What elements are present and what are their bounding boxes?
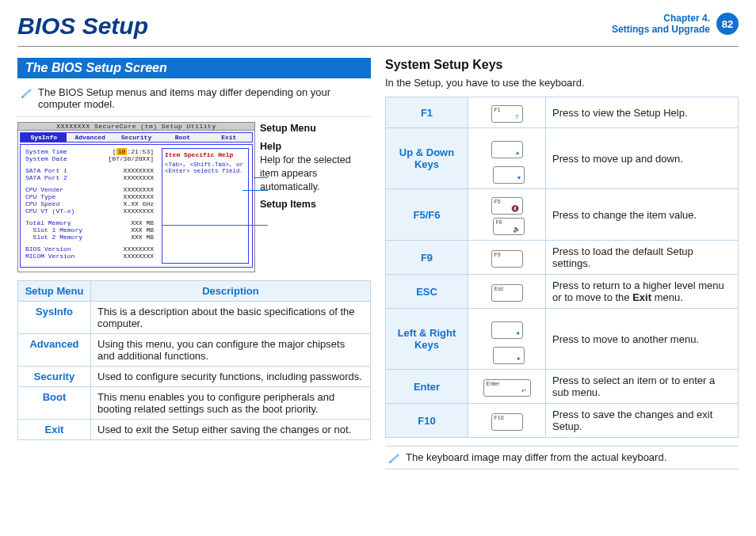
keycap-icon: Enter↵ xyxy=(483,379,531,397)
bios-tab-advanced: Advanced xyxy=(67,133,113,142)
table-row: ESCEscPress to return to a higher level … xyxy=(386,275,739,309)
key-name-cell: Left & Right Keys xyxy=(386,309,468,370)
key-desc-cell: Press to move to another menu. xyxy=(546,309,739,370)
table-row: F9F9Press to load the default Setup sett… xyxy=(386,241,739,275)
table-row: Left & Right Keys◂▸Press to move to anot… xyxy=(386,309,739,370)
key-desc-cell: Press to select an item or to enter a su… xyxy=(546,370,739,404)
table-row: BootThis menu enables you to configure p… xyxy=(18,387,371,420)
th-description: Description xyxy=(91,281,371,302)
bios-item: Slot 1 MemoryXXX MB xyxy=(25,226,154,234)
menu-desc-cell: Using this menu, you can configure the m… xyxy=(91,334,371,367)
callout-label: Setup Menu xyxy=(260,122,371,135)
page-title: BIOS Setup xyxy=(17,13,148,40)
bios-item: BIOS VersionXXXXXXXX xyxy=(25,245,154,253)
menu-desc-cell: Used to configure security functions, in… xyxy=(91,367,371,387)
note-keyboard-image-differs: The keyboard image may differ from the a… xyxy=(385,446,739,469)
callout-line-help xyxy=(242,190,268,191)
key-image-cell: F5🔇F6🔈 xyxy=(468,189,546,241)
bios-item: Slot 2 MemoryXXX MB xyxy=(25,234,154,241)
bios-help-header: Item Specific Help xyxy=(165,151,246,158)
bios-item: CPU VT (VT-x)XXXXXXXX xyxy=(25,207,154,215)
key-name-cell: F1 xyxy=(386,97,468,128)
table-row: F10F10Press to save the changes and exit… xyxy=(386,404,739,438)
key-image-cell: Enter↵ xyxy=(468,370,546,404)
bios-item: MICOM VersionXXXXXXXX xyxy=(25,253,154,260)
section-bios-setup-screen: The BIOS Setup Screen xyxy=(17,58,371,78)
bios-tab-sysinfo: SysInfo xyxy=(21,133,67,142)
note-bios-menus-differ: The BIOS Setup menus and items may diffe… xyxy=(17,83,371,117)
key-image-cell: ◂▸ xyxy=(468,309,546,370)
key-desc-cell: Press to save the changes and exit Setup… xyxy=(546,404,739,438)
bios-window-title: XXXXXXXX SecureCore (tm) Setup Utility xyxy=(18,123,254,131)
bios-item: CPU SpeedX.XX GHz xyxy=(25,200,154,207)
note-text: The BIOS Setup menus and items may diffe… xyxy=(38,86,368,110)
key-name-cell: Enter xyxy=(386,370,468,404)
bios-items-panel: System Time[10:21:53]System Date[07/30/2… xyxy=(21,145,158,267)
table-row: ExitUsed to exit the Setup either saving… xyxy=(18,420,371,440)
key-desc-cell: Press to move up and down. xyxy=(546,128,739,189)
table-row: F1F1?Press to view the Setup Help. xyxy=(386,97,739,128)
key-image-cell: F1? xyxy=(468,97,546,128)
bios-item: System Date[07/30/20XX] xyxy=(25,155,154,162)
th-setup-menu: Setup Menu xyxy=(18,281,91,302)
heading-system-setup-keys: System Setup Keys xyxy=(385,58,739,72)
table-row: AdvancedUsing this menu, you can configu… xyxy=(18,334,371,367)
bios-help-panel: Item Specific Help <Tab>, <Shift-Tab>, o… xyxy=(162,148,249,264)
keycap-icon: ▸ xyxy=(493,347,525,364)
bios-help-text: <Tab>, <Shift-Tab>, or <Enter> selects f… xyxy=(165,162,246,174)
key-name-cell: Up & Down Keys xyxy=(386,128,468,189)
keycap-icon: F6🔈 xyxy=(493,218,525,235)
table-row: EnterEnter↵Press to select an item or to… xyxy=(386,370,739,404)
chapter-line1: Chapter 4. xyxy=(612,13,710,24)
menu-name-cell: Exit xyxy=(18,420,91,440)
keys-table: F1F1?Press to view the Setup Help.Up & D… xyxy=(385,97,739,438)
bios-item: SATA Port 1XXXXXXXX xyxy=(25,167,154,174)
callout-label: Setup Items xyxy=(260,198,371,211)
bios-screenshot: XXXXXXXX SecureCore (tm) Setup Utility S… xyxy=(17,122,255,272)
bios-item: CPU TypeXXXXXXXX xyxy=(25,193,154,200)
key-desc-cell: Press to change the item value. xyxy=(546,189,739,241)
callout-sub: Help for the selected item appears autom… xyxy=(260,154,371,194)
keycap-icon: F10 xyxy=(491,413,523,431)
note-icon xyxy=(21,86,33,99)
page-number-badge: 82 xyxy=(716,13,739,35)
key-desc-cell: Press to view the Setup Help. xyxy=(546,97,739,128)
table-row: SecurityUsed to configure security funct… xyxy=(18,367,371,387)
menu-desc-cell: Used to exit the Setup either saving the… xyxy=(91,420,371,440)
menu-name-cell: SysInfo xyxy=(18,302,91,334)
keycap-icon: F9 xyxy=(491,250,523,268)
keycap-icon: F1? xyxy=(491,105,523,123)
callouts: Setup MenuHelpHelp for the selected item… xyxy=(260,122,371,272)
table-row: SysInfoThis is a description about the b… xyxy=(18,302,371,334)
table-row: Up & Down Keys▴▾Press to move up and dow… xyxy=(386,128,739,189)
header-rule xyxy=(17,46,739,47)
bios-item: SATA Port 2XXXXXXXX xyxy=(25,174,154,181)
keycap-icon: ▾ xyxy=(493,166,525,184)
menu-name-cell: Advanced xyxy=(18,334,91,367)
bios-item: Total MemoryXXX MB xyxy=(25,219,154,226)
menu-name-cell: Boot xyxy=(18,387,91,420)
note-icon xyxy=(388,451,401,464)
setup-menu-table: Setup Menu Description SysInfoThis is a … xyxy=(17,280,371,440)
bios-menu-bar: SysInfoAdvancedSecurityBootExit xyxy=(20,132,253,143)
keycap-icon: Esc xyxy=(491,284,523,302)
note-text: The keyboard image may differ from the a… xyxy=(406,451,666,463)
key-desc-cell: Press to return to a higher level menu o… xyxy=(546,275,739,309)
chapter-info: Chapter 4. Settings and Upgrade 82 xyxy=(612,13,739,36)
bios-item: CPU VenderXXXXXXXX xyxy=(25,186,154,193)
keycap-icon: ◂ xyxy=(491,321,523,339)
callout-line-items xyxy=(162,225,268,226)
keycap-icon: ▴ xyxy=(491,141,523,158)
key-image-cell: ▴▾ xyxy=(468,128,546,189)
key-name-cell: F5/F6 xyxy=(386,189,468,241)
bios-tab-exit: Exit xyxy=(206,133,252,142)
key-desc-cell: Press to load the default Setup settings… xyxy=(546,241,739,275)
key-name-cell: F10 xyxy=(386,404,468,438)
bios-item: System Time[10:21:53] xyxy=(25,148,154,155)
key-image-cell: Esc xyxy=(468,275,546,309)
callout-label: Help xyxy=(260,140,371,154)
chapter-line2: Settings and Upgrade xyxy=(612,24,710,35)
menu-name-cell: Security xyxy=(18,367,91,387)
menu-desc-cell: This is a description about the basic sp… xyxy=(91,302,371,334)
menu-desc-cell: This menu enables you to configure perip… xyxy=(91,387,371,420)
